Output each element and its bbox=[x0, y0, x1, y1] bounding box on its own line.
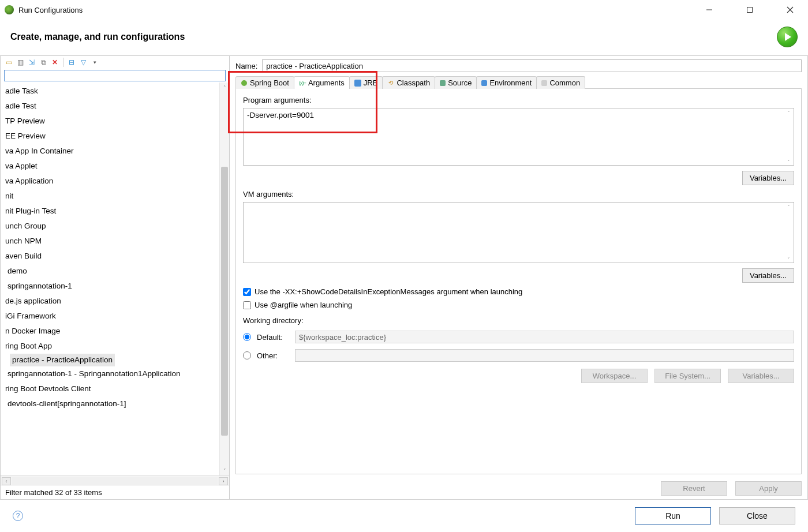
separator bbox=[63, 58, 63, 67]
tab-spring-boot[interactable]: Spring Boot bbox=[235, 76, 294, 89]
run-badge-icon bbox=[777, 27, 798, 47]
scroll-thumb[interactable] bbox=[221, 167, 228, 436]
textarea-scroll[interactable]: ˄˅ bbox=[784, 108, 794, 167]
tree-item[interactable]: de.js application bbox=[1, 294, 229, 309]
tree-hscroll[interactable]: ‹ › bbox=[1, 475, 229, 486]
tab-label: Spring Boot bbox=[250, 78, 289, 87]
wd-other-input bbox=[295, 349, 794, 362]
vm-args-textarea[interactable] bbox=[243, 202, 794, 263]
tree-item-selected[interactable]: practice - PracticeApplication bbox=[10, 354, 115, 366]
tree-item[interactable]: unch Group bbox=[1, 219, 229, 234]
tree-item[interactable]: nit bbox=[1, 189, 229, 204]
filesystem-button[interactable]: File System... bbox=[654, 369, 721, 383]
scroll-down-icon[interactable]: ˅ bbox=[784, 255, 794, 264]
tree-item[interactable]: va Application bbox=[1, 174, 229, 189]
config-name-input[interactable] bbox=[262, 59, 802, 72]
textarea-scroll[interactable]: ˄˅ bbox=[784, 203, 794, 264]
scroll-up-icon[interactable]: ˄ bbox=[784, 108, 794, 118]
filter-icon[interactable]: ▽ bbox=[78, 58, 88, 67]
tree-vscroll[interactable]: ˄ ˅ bbox=[219, 83, 229, 475]
minimize-button[interactable] bbox=[696, 1, 723, 19]
wd-default-input bbox=[295, 331, 794, 343]
wd-default-radio[interactable] bbox=[243, 333, 251, 341]
new-proto-icon[interactable]: ▥ bbox=[16, 58, 25, 67]
program-args-textarea[interactable] bbox=[243, 108, 794, 166]
tree-item[interactable]: ring Boot App bbox=[1, 339, 229, 354]
tree-item[interactable]: adle Task bbox=[1, 84, 229, 99]
config-tree[interactable]: adle Taskadle TestTP PreviewEE Previewva… bbox=[1, 83, 229, 475]
delete-icon[interactable]: ✕ bbox=[50, 58, 59, 67]
tab-classpath[interactable]: Classpath bbox=[382, 76, 435, 89]
close-dialog-button[interactable]: Close bbox=[719, 507, 795, 524]
apply-button[interactable]: Apply bbox=[735, 481, 802, 496]
hscroll-left-icon[interactable]: ‹ bbox=[2, 477, 11, 485]
tree-item[interactable]: springannotation-1 bbox=[1, 279, 229, 294]
tab-arguments[interactable]: Arguments bbox=[294, 76, 350, 89]
tree-item[interactable]: TP Preview bbox=[1, 114, 229, 129]
tab-common[interactable]: Common bbox=[536, 76, 585, 89]
wd-default-label: Default: bbox=[257, 333, 289, 342]
scroll-up-icon[interactable]: ˄ bbox=[784, 203, 794, 212]
common-icon bbox=[541, 80, 547, 86]
run-button[interactable]: Run bbox=[635, 507, 711, 524]
duplicate-icon[interactable]: ⧉ bbox=[39, 58, 48, 67]
new-config-icon[interactable]: ▭ bbox=[4, 58, 13, 67]
tree-item[interactable]: demo bbox=[1, 264, 229, 279]
tab-label: Common bbox=[549, 78, 580, 87]
scroll-down-icon[interactable]: ˅ bbox=[784, 158, 794, 167]
classpath-icon bbox=[387, 80, 394, 87]
show-code-details-label: Use the -XX:+ShowCodeDetailsInExceptionM… bbox=[255, 287, 522, 296]
scroll-up-icon[interactable]: ˄ bbox=[220, 83, 229, 92]
page-title: Create, manage, and run configurations bbox=[10, 32, 185, 42]
tree-item[interactable]: unch NPM bbox=[1, 234, 229, 249]
tab-label: JRE bbox=[364, 78, 378, 87]
maximize-button[interactable] bbox=[736, 1, 763, 19]
tree-item[interactable]: adle Test bbox=[1, 99, 229, 114]
tree-item[interactable]: va Applet bbox=[1, 159, 229, 174]
expand-icon[interactable]: ⊟ bbox=[67, 58, 76, 67]
titlebar: Run Configurations bbox=[0, 0, 808, 20]
tab-label: Environment bbox=[489, 78, 532, 87]
close-button[interactable] bbox=[777, 1, 803, 19]
tab-source[interactable]: Source bbox=[435, 76, 477, 89]
tree-item[interactable]: ring Boot Devtools Client bbox=[1, 381, 229, 396]
working-directory-label: Working directory: bbox=[243, 316, 794, 325]
header: Create, manage, and run configurations bbox=[0, 20, 808, 55]
tab-content-arguments: Program arguments: ˄˅ Variables... VM ar… bbox=[235, 89, 802, 474]
vm-args-label: VM arguments: bbox=[243, 190, 794, 198]
filter-status: Filter matched 32 of 33 items bbox=[1, 486, 229, 499]
wd-other-radio[interactable] bbox=[243, 351, 251, 359]
tree-item[interactable]: n Docker Image bbox=[1, 324, 229, 339]
app-icon bbox=[5, 5, 14, 14]
tree-item[interactable]: va App In Container bbox=[1, 144, 229, 159]
revert-button[interactable]: Revert bbox=[661, 481, 727, 496]
hscroll-right-icon[interactable]: › bbox=[219, 477, 228, 485]
show-code-details-checkbox[interactable] bbox=[243, 288, 251, 296]
workspace-button[interactable]: Workspace... bbox=[581, 369, 648, 383]
tree-item[interactable]: aven Build bbox=[1, 249, 229, 264]
filter-dropdown-icon[interactable]: ▾ bbox=[90, 58, 99, 67]
tab-jre[interactable]: JRE bbox=[349, 76, 383, 89]
variables-button-vm[interactable]: Variables... bbox=[742, 268, 794, 283]
hscroll-track[interactable] bbox=[12, 477, 218, 485]
variables-button[interactable]: Variables... bbox=[742, 171, 794, 185]
argfile-checkbox[interactable] bbox=[243, 301, 251, 309]
tree-item[interactable]: springannotation-1 - Springannotation1Ap… bbox=[1, 366, 229, 381]
tab-label: Classpath bbox=[396, 78, 430, 87]
tree-item[interactable]: iGi Framework bbox=[1, 309, 229, 324]
filter-input[interactable] bbox=[4, 70, 226, 81]
scroll-down-icon[interactable]: ˅ bbox=[220, 466, 229, 475]
help-icon[interactable]: ? bbox=[13, 511, 23, 521]
tree-item[interactable]: nit Plug-in Test bbox=[1, 204, 229, 219]
tree-item[interactable]: EE Preview bbox=[1, 129, 229, 144]
tab-label: Arguments bbox=[308, 78, 345, 87]
name-label: Name: bbox=[235, 62, 257, 70]
tab-environment[interactable]: Environment bbox=[476, 76, 537, 89]
export-icon[interactable]: ⇲ bbox=[27, 58, 36, 67]
args-icon bbox=[299, 80, 306, 87]
program-args-label: Program arguments: bbox=[243, 96, 794, 104]
tabbar: Spring BootArgumentsJREClasspathSourceEn… bbox=[235, 76, 802, 89]
tree-item[interactable]: devtools-client[springannotation-1] bbox=[1, 396, 229, 411]
program-args-wrap: ˄˅ bbox=[243, 108, 794, 167]
variables-wd-button[interactable]: Variables... bbox=[728, 369, 794, 383]
